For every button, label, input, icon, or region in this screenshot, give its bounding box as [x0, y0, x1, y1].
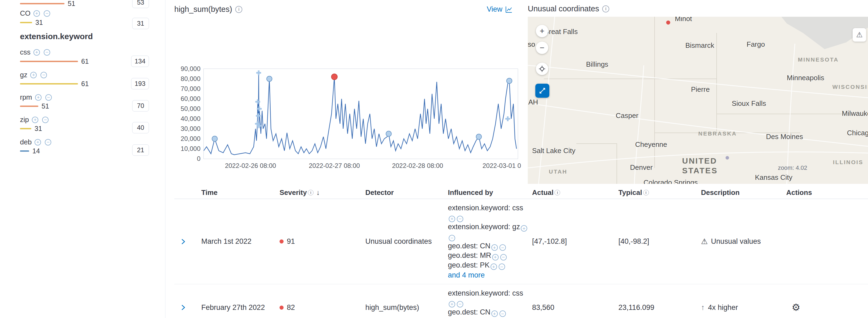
- plus-filter-icon[interactable]: +: [34, 139, 41, 145]
- show-more-influencers-link[interactable]: and 4 more: [448, 270, 485, 280]
- minus-filter-icon[interactable]: −: [42, 117, 49, 123]
- zoom-in-button[interactable]: +: [536, 25, 548, 37]
- plus-filter-icon[interactable]: +: [491, 244, 498, 251]
- fit-to-data-button[interactable]: [536, 63, 548, 75]
- influencer-group-header: extension.keyword: [20, 32, 93, 41]
- map-city-label: Denver: [630, 163, 653, 172]
- map-anomaly-dot[interactable]: [666, 21, 670, 25]
- plus-filter-icon[interactable]: +: [491, 263, 497, 270]
- minus-filter-icon[interactable]: −: [44, 49, 50, 56]
- anomaly-detector: high_sum(bytes): [365, 303, 448, 312]
- column-header-description[interactable]: Description: [701, 189, 786, 197]
- column-header-typical[interactable]: Typical i: [618, 189, 701, 197]
- influencer-count-badge: 134: [131, 56, 149, 67]
- map-state-label: WISCONSIN: [832, 84, 868, 90]
- severity-dot: [280, 239, 284, 243]
- map-label-fragment: so: [528, 40, 535, 49]
- minus-filter-icon[interactable]: −: [457, 216, 463, 222]
- plus-filter-icon[interactable]: +: [32, 117, 38, 123]
- influencer-name-row: gz + −: [20, 71, 48, 79]
- info-icon[interactable]: i: [643, 190, 649, 196]
- plus-filter-icon[interactable]: +: [521, 225, 527, 232]
- view-link[interactable]: View: [487, 5, 513, 13]
- expand-row-button[interactable]: [174, 237, 201, 245]
- column-header-time[interactable]: Time: [201, 189, 280, 197]
- map-city-label: Sioux Falls: [732, 99, 766, 108]
- minus-filter-icon[interactable]: −: [45, 139, 51, 145]
- map-city-label: Chicago: [847, 129, 868, 137]
- influencer-count-badge: 193: [131, 78, 149, 89]
- influencer-name-row: deb + −: [20, 138, 52, 146]
- influencer-max-score: 61: [81, 80, 89, 88]
- column-header-actions: Actions: [786, 189, 868, 197]
- plus-filter-icon[interactable]: +: [35, 94, 41, 101]
- plus-filter-icon[interactable]: +: [491, 311, 498, 317]
- info-icon[interactable]: i: [555, 190, 560, 196]
- expand-map-button[interactable]: [535, 84, 549, 98]
- anomalies-table: Time Severity i ↓ Detector Influenced by…: [174, 186, 868, 318]
- influenced-by-cell: extension.keyword: css+− extension.keywo…: [448, 199, 532, 284]
- anomaly-severity: 82: [280, 303, 365, 312]
- column-header-severity[interactable]: Severity i ↓: [280, 189, 365, 197]
- plus-filter-icon[interactable]: +: [492, 254, 499, 260]
- table-header-row: Time Severity i ↓ Detector Influenced by…: [174, 186, 868, 199]
- influencer-count-badge: 40: [132, 122, 149, 133]
- influencer-bar-row: 31: [20, 125, 42, 132]
- influencer-name: deb: [20, 138, 32, 146]
- minus-filter-icon[interactable]: −: [45, 94, 52, 101]
- map-label-fragment: AH: [528, 98, 538, 106]
- plus-filter-icon[interactable]: +: [449, 216, 455, 222]
- column-header-actual[interactable]: Actual i: [532, 189, 618, 197]
- influencer-max-score: 31: [34, 125, 42, 133]
- minus-filter-icon[interactable]: −: [44, 10, 50, 17]
- minus-filter-icon[interactable]: −: [500, 254, 507, 260]
- anomaly-timeseries-plot[interactable]: 90,00080,00070,00060,00050,00040,00030,0…: [204, 68, 518, 159]
- expand-icon: [538, 86, 547, 95]
- map-state-label: NEBRASKA: [698, 131, 737, 137]
- minus-filter-icon[interactable]: −: [499, 263, 505, 270]
- minus-filter-icon[interactable]: −: [40, 72, 47, 78]
- column-header-detector[interactable]: Detector: [365, 189, 448, 197]
- info-icon[interactable]: i: [602, 5, 609, 12]
- plus-filter-icon[interactable]: +: [33, 49, 40, 56]
- minus-filter-icon[interactable]: −: [457, 301, 463, 308]
- influencer-bar-row: 61: [20, 80, 89, 87]
- map-city-label: Cheyenne: [635, 140, 667, 149]
- minus-filter-icon[interactable]: −: [499, 311, 506, 317]
- crosshair-icon: [537, 64, 547, 74]
- map-state-label: UTAH: [549, 169, 567, 175]
- minus-filter-icon[interactable]: −: [499, 244, 506, 251]
- plus-filter-icon[interactable]: +: [33, 10, 40, 17]
- sort-descending-icon[interactable]: ↓: [316, 189, 320, 197]
- unusual-coordinates-panel: Unusual coordinates i: [528, 0, 868, 184]
- anomaly-actual: [47,-102.8]: [532, 237, 618, 245]
- map-warning-button[interactable]: ⚠: [852, 28, 866, 41]
- influencer-bar-row: 61: [20, 58, 89, 65]
- map-faded-dot[interactable]: [725, 156, 729, 160]
- map-canvas[interactable]: Minot Great Falls Bismarck Fargo Billing…: [528, 17, 868, 184]
- influencer-max-score: 51: [68, 0, 75, 7]
- plus-filter-icon[interactable]: +: [30, 72, 37, 78]
- influencer-max-score: 61: [81, 58, 89, 65]
- zoom-out-button[interactable]: −: [536, 41, 548, 54]
- influencer-count-badge: 21: [132, 144, 149, 156]
- map-city-label: Billings: [586, 60, 608, 68]
- influencer-bar-row: 51: [20, 0, 75, 7]
- chevron-right-icon: [179, 303, 187, 312]
- map-city-label: Colorado Springs: [644, 178, 698, 184]
- gear-icon[interactable]: ⚙: [792, 302, 800, 313]
- influencer-name: css: [20, 48, 30, 56]
- info-icon[interactable]: i: [308, 190, 313, 196]
- anomaly-actions: ⚙: [786, 302, 868, 313]
- plus-filter-icon[interactable]: +: [449, 301, 455, 308]
- map-city-label: Pierre: [691, 85, 710, 94]
- map-title: Unusual coordinates: [528, 4, 599, 13]
- influencer-bar-row: 51: [20, 103, 49, 110]
- expand-row-button[interactable]: [174, 303, 201, 312]
- anomaly-explorer-page: 51 53 CO + − 31 31 extension.keyword css…: [0, 0, 868, 318]
- arrow-up-icon: ↑: [701, 303, 705, 312]
- column-header-influenced-by[interactable]: Influenced by: [448, 189, 532, 197]
- minus-filter-icon[interactable]: −: [449, 235, 455, 241]
- info-icon[interactable]: i: [235, 6, 242, 13]
- influencer-max-score: 31: [35, 19, 43, 26]
